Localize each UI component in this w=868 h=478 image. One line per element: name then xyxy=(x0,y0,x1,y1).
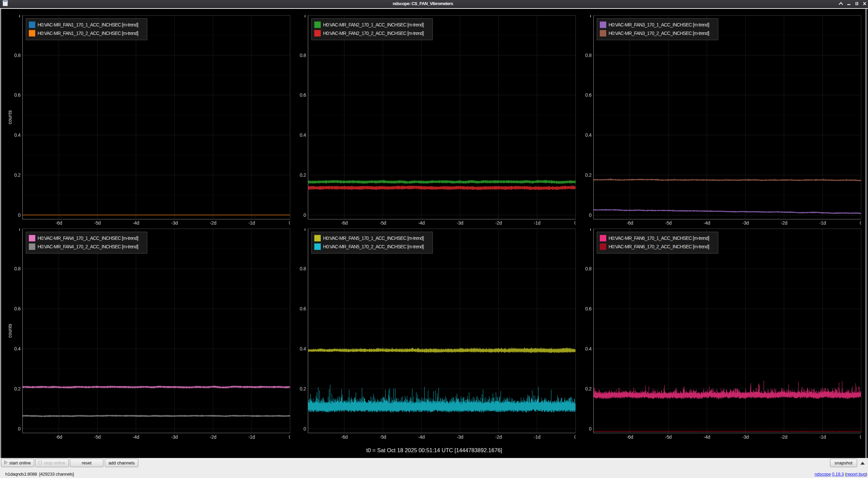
svg-text:-1d: -1d xyxy=(534,220,540,226)
svg-text:-3d: -3d xyxy=(171,434,178,440)
svg-text:0.6: 0.6 xyxy=(300,306,306,311)
svg-text:0: 0 xyxy=(18,212,21,218)
svg-text:-6d: -6d xyxy=(56,434,62,440)
svg-text:-4d: -4d xyxy=(418,434,425,440)
svg-text:0.2: 0.2 xyxy=(585,386,592,391)
svg-text:0.2: 0.2 xyxy=(300,386,306,391)
svg-text:0.6: 0.6 xyxy=(14,306,21,311)
svg-text:-2d: -2d xyxy=(495,220,502,226)
svg-text:0.4: 0.4 xyxy=(585,346,592,351)
svg-text:-5d: -5d xyxy=(94,220,101,226)
svg-text:counts: counts xyxy=(7,110,13,124)
svg-text:-4d: -4d xyxy=(704,434,710,440)
svg-text:-2d: -2d xyxy=(781,220,787,226)
svg-text:-4d: -4d xyxy=(418,220,425,226)
svg-text:0: 0 xyxy=(18,426,21,432)
svg-text:-5d: -5d xyxy=(665,434,672,440)
svg-text:H0:VAC-MR_FAN3_170_2_ACC_INCHS: H0:VAC-MR_FAN3_170_2_ACC_INCHSEC [m-tren… xyxy=(609,31,709,36)
svg-text:0.4: 0.4 xyxy=(300,132,306,138)
svg-text:0.8: 0.8 xyxy=(585,266,592,271)
svg-text:0.6: 0.6 xyxy=(300,92,306,98)
svg-text:H0:VAC-MR_FAN6_170_2_ACC_INCHS: H0:VAC-MR_FAN6_170_2_ACC_INCHSEC [m-tren… xyxy=(609,244,709,249)
svg-text:H0:VAC-MR_FAN4_170_2_ACC_INCHS: H0:VAC-MR_FAN4_170_2_ACC_INCHSEC [m-tren… xyxy=(38,244,138,249)
svg-text:0: 0 xyxy=(303,212,306,218)
svg-text:0: 0 xyxy=(589,426,592,432)
svg-text:0.8: 0.8 xyxy=(585,53,592,58)
svg-text:H0:VAC-MR_FAN1_170_2_ACC_INCHS: H0:VAC-MR_FAN1_170_2_ACC_INCHSEC [m-tren… xyxy=(38,31,138,36)
svg-text:-1d: -1d xyxy=(534,434,540,440)
svg-text:-3d: -3d xyxy=(457,220,463,226)
svg-text:0.2: 0.2 xyxy=(14,172,21,178)
svg-text:-5d: -5d xyxy=(94,434,101,440)
svg-text:H0:VAC-MR_FAN5_170_1_ACC_INCHS: H0:VAC-MR_FAN5_170_1_ACC_INCHSEC [m-tren… xyxy=(323,235,424,241)
svg-text:-3d: -3d xyxy=(742,220,749,226)
svg-text:-6d: -6d xyxy=(341,220,348,226)
svg-text:0.6: 0.6 xyxy=(14,92,21,98)
svg-text:-1d: -1d xyxy=(248,434,255,440)
svg-text:t0 = Sat Oct 18 2025 00:51:14: t0 = Sat Oct 18 2025 00:51:14 UTC [14447… xyxy=(366,447,502,453)
svg-text:0.4: 0.4 xyxy=(300,346,306,351)
svg-text:-6d: -6d xyxy=(341,434,348,440)
svg-text:-2d: -2d xyxy=(495,434,502,440)
svg-text:0.4: 0.4 xyxy=(585,132,592,138)
svg-text:0.8: 0.8 xyxy=(300,266,306,271)
svg-text:0.2: 0.2 xyxy=(585,172,592,178)
svg-text:0.2: 0.2 xyxy=(300,172,306,178)
svg-text:-3d: -3d xyxy=(457,434,463,440)
svg-text:-6d: -6d xyxy=(56,220,62,226)
svg-text:-1d: -1d xyxy=(819,220,826,226)
svg-text:-6d: -6d xyxy=(627,434,633,440)
svg-text:0.8: 0.8 xyxy=(14,53,21,58)
svg-text:-1d: -1d xyxy=(819,434,826,440)
svg-text:H0:VAC-MR_FAN2_170_2_ACC_INCHS: H0:VAC-MR_FAN2_170_2_ACC_INCHSEC [m-tren… xyxy=(323,31,424,36)
svg-text:-4d: -4d xyxy=(133,434,139,440)
svg-text:H0:VAC-MR_FAN4_170_1_ACC_INCHS: H0:VAC-MR_FAN4_170_1_ACC_INCHSEC [m-tren… xyxy=(38,235,138,241)
svg-text:0.6: 0.6 xyxy=(585,306,592,311)
svg-text:H0:VAC-MR_FAN5_170_2_ACC_INCHS: H0:VAC-MR_FAN5_170_2_ACC_INCHSEC [m-tren… xyxy=(323,244,424,249)
svg-text:H0:VAC-MR_FAN6_170_1_ACC_INCHS: H0:VAC-MR_FAN6_170_1_ACC_INCHSEC [m-tren… xyxy=(609,235,709,241)
svg-text:-4d: -4d xyxy=(133,220,139,226)
svg-text:0.6: 0.6 xyxy=(585,92,592,98)
svg-text:H0:VAC-MR_FAN1_170_1_ACC_INCHS: H0:VAC-MR_FAN1_170_1_ACC_INCHSEC [m-tren… xyxy=(38,22,138,27)
svg-text:-6d: -6d xyxy=(627,220,633,226)
svg-text:-3d: -3d xyxy=(171,220,178,226)
svg-text:H0:VAC-MR_FAN3_170_1_ACC_INCHS: H0:VAC-MR_FAN3_170_1_ACC_INCHSEC [m-tren… xyxy=(609,22,709,27)
svg-text:-2d: -2d xyxy=(781,434,787,440)
svg-text:H0:VAC-MR_FAN2_170_1_ACC_INCHS: H0:VAC-MR_FAN2_170_1_ACC_INCHSEC [m-tren… xyxy=(323,22,424,27)
svg-text:0.4: 0.4 xyxy=(14,132,21,138)
svg-text:0.2: 0.2 xyxy=(14,386,21,391)
svg-text:-5d: -5d xyxy=(380,434,386,440)
svg-text:-2d: -2d xyxy=(210,220,216,226)
svg-text:0.8: 0.8 xyxy=(300,53,306,58)
svg-text:0: 0 xyxy=(303,426,306,432)
svg-text:-4d: -4d xyxy=(704,220,710,226)
svg-text:0: 0 xyxy=(589,212,592,218)
svg-text:-5d: -5d xyxy=(380,220,386,226)
svg-text:-1d: -1d xyxy=(248,220,255,226)
svg-text:-5d: -5d xyxy=(665,220,672,226)
svg-text:-3d: -3d xyxy=(742,434,749,440)
svg-text:0.4: 0.4 xyxy=(14,346,21,351)
svg-text:-2d: -2d xyxy=(210,434,216,440)
svg-text:counts: counts xyxy=(7,324,13,338)
svg-text:0.8: 0.8 xyxy=(14,266,21,271)
